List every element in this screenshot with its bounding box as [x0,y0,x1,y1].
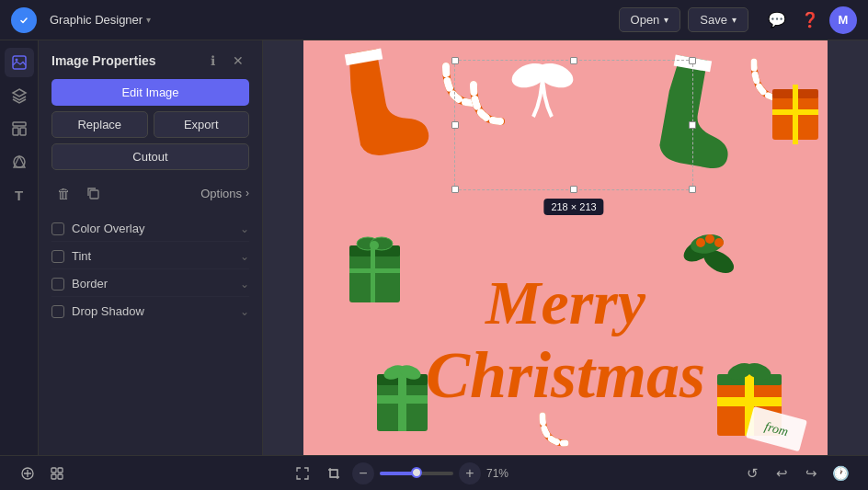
effect-color-overlay[interactable]: Color Overlay ⌄ [51,216,249,242]
zoom-out-button[interactable]: − [352,462,374,484]
canvas-image: Merry Christmas [303,40,828,455]
close-icon[interactable]: ✕ [227,50,249,72]
info-icon[interactable]: ℹ [201,50,223,72]
fit-view-icon[interactable] [290,461,315,486]
bottombar-left [15,461,70,486]
svg-rect-4 [13,122,26,126]
svg-rect-50 [51,474,56,479]
sidebar-buttons: Edit Image Replace Export Cutout [39,79,262,177]
tint-checkbox[interactable] [51,250,64,263]
svg-rect-52 [330,470,337,477]
svg-rect-51 [58,474,63,479]
svg-rect-17 [772,109,818,115]
svg-point-28 [696,238,705,247]
svg-marker-3 [13,89,26,97]
zoom-slider-thumb [411,467,422,478]
sidebar-header-icons: ℹ ✕ [201,50,249,72]
svg-point-7 [14,156,25,167]
svg-point-0 [17,14,30,27]
layers-view-icon[interactable] [15,461,40,486]
bottombar-right: ↺ ↩ ↪ 🕐 [739,461,853,486]
svg-rect-6 [20,128,26,135]
save-button[interactable]: Save ▾ [688,7,748,32]
svg-point-30 [714,238,724,247]
color-overlay-checkbox[interactable] [51,222,64,235]
rail-layers-icon[interactable] [5,81,34,110]
open-label: Open [631,13,660,27]
save-label: Save [700,13,727,27]
color-overlay-chevron: ⌄ [240,222,249,235]
topbar: Graphic Designer ▾ Open ▾ Save ▾ 💬 ❓ M [0,0,868,40]
export-button[interactable]: Export [154,111,250,138]
border-label: Border [72,277,108,291]
cutout-button[interactable]: Cutout [51,143,249,170]
rail-image-icon[interactable] [5,48,34,77]
svg-rect-23 [371,245,375,302]
sidebar-panel: Image Properties ℹ ✕ Edit Image Replace … [39,40,263,455]
svg-point-29 [705,234,714,244]
options-label: Options [200,187,242,200]
app-name-dropdown[interactable]: Graphic Designer ▾ [44,9,156,30]
color-overlay-label: Color Overlay [72,222,144,235]
svg-rect-49 [58,468,63,473]
border-checkbox[interactable] [51,278,64,291]
chat-icon[interactable]: 💬 [763,6,791,34]
canvas-wrapper: Merry Christmas [303,40,828,455]
drop-shadow-chevron: ⌄ [240,305,249,318]
rail-text-icon[interactable]: T [5,180,34,210]
edit-image-button[interactable]: Edit Image [51,79,249,106]
svg-rect-5 [13,128,18,135]
tint-chevron: ⌄ [240,250,249,263]
crop-icon[interactable] [321,461,347,486]
app-name-label: Graphic Designer [50,13,143,27]
app-logo [11,7,37,33]
drop-shadow-label: Drop Shadow [72,304,144,318]
grid-view-icon[interactable] [44,461,70,486]
replace-button[interactable]: Replace [51,111,148,138]
sidebar-toolbar: 🗑 Options › [39,177,262,212]
border-chevron: ⌄ [240,278,249,291]
svg-rect-24 [349,268,400,273]
duplicate-icon[interactable] [81,181,105,205]
options-chevron: › [246,187,249,199]
sidebar-header: Image Properties ℹ ✕ [39,40,262,79]
user-avatar[interactable]: M [829,6,857,34]
effect-border[interactable]: Border ⌄ [51,271,249,297]
app-name-chevron: ▾ [146,15,151,25]
icon-rail: T [0,40,39,455]
svg-rect-48 [51,468,56,473]
redo-icon[interactable]: ↪ [798,461,824,486]
help-icon[interactable]: ❓ [796,6,824,34]
svg-rect-9 [90,190,98,199]
svg-rect-42 [717,397,782,406]
rail-shapes-icon[interactable] [5,147,34,177]
canvas-area[interactable]: Merry Christmas [263,40,868,455]
svg-rect-36 [377,395,428,404]
options-row[interactable]: Options › [200,187,249,200]
refresh-icon[interactable]: ↺ [739,461,765,486]
open-button[interactable]: Open ▾ [619,7,681,32]
undo-icon[interactable]: ↩ [769,461,794,486]
tint-label: Tint [72,249,91,263]
open-chevron: ▾ [664,15,668,25]
svg-point-13 [537,65,548,76]
svg-text:Christmas: Christmas [426,338,705,412]
drop-shadow-checkbox[interactable] [51,305,64,318]
replace-export-row: Replace Export [51,111,249,138]
trash-icon[interactable]: 🗑 [51,181,75,205]
save-chevron: ▾ [732,15,737,25]
history-icon[interactable]: 🕐 [828,461,853,486]
bottombar: − + 71% ↺ ↩ ↪ 🕐 [0,455,868,490]
topbar-icons: 💬 ❓ M [763,6,857,34]
svg-point-2 [15,59,17,62]
bottombar-center: − + 71% [290,461,520,486]
effect-tint[interactable]: Tint ⌄ [51,244,249,269]
rail-template-icon[interactable] [5,114,34,143]
zoom-in-button[interactable]: + [459,462,481,484]
zoom-slider[interactable] [380,472,453,475]
zoom-percentage: 71% [486,467,520,480]
svg-text:Merry: Merry [485,268,646,337]
main-area: T Image Properties ℹ ✕ Edit Image Replac… [0,40,868,455]
effect-drop-shadow[interactable]: Drop Shadow ⌄ [51,299,249,324]
sidebar-title: Image Properties [51,53,156,68]
